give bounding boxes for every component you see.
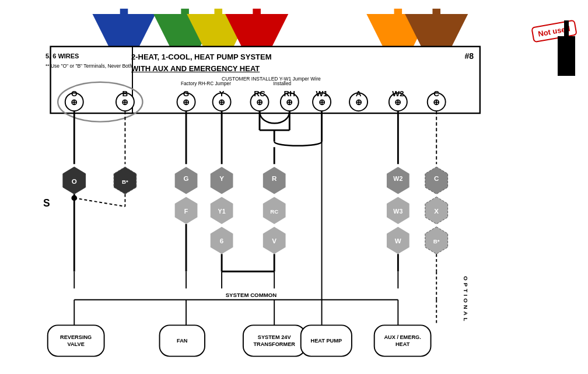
svg-text:SYSTEM COMMON: SYSTEM COMMON [226,292,277,298]
svg-point-34 [389,93,407,111]
svg-rect-119 [301,325,352,356]
svg-text:TRANSFORMER: TRANSFORMER [253,341,295,347]
customer-label: CUSTOMER INSTALLED Y-W1 Jumper Wire [222,76,321,82]
svg-text:VALVE: VALVE [68,341,85,347]
svg-rect-116 [48,325,104,356]
svg-text:O: O [71,89,78,98]
svg-text:AUX / EMERG.: AUX / EMERG. [384,334,421,340]
svg-marker-76 [263,197,286,224]
not-used-arrow [558,18,575,76]
svg-text:Y: Y [219,89,225,98]
svg-text:⊕: ⊕ [71,98,78,107]
svg-text:Y1: Y1 [218,208,226,215]
svg-text:FAN: FAN [177,338,188,344]
svg-point-28 [281,93,299,111]
svg-marker-74 [263,167,286,194]
svg-marker-68 [211,167,233,194]
svg-marker-84 [387,227,410,254]
svg-text:⊕: ⊕ [355,98,362,107]
svg-marker-88 [425,197,448,224]
svg-point-30 [313,93,331,111]
svg-text:C: C [434,174,439,182]
svg-text:A: A [356,89,362,98]
svg-text:SYSTEM 24V: SYSTEM 24V [258,334,292,340]
svg-marker-86 [425,167,448,194]
svg-text:S: S [43,197,50,209]
svg-text:F: F [184,208,188,215]
svg-marker-78 [263,227,286,254]
svg-text:HEAT: HEAT [396,341,410,347]
svg-marker-80 [387,167,410,194]
svg-point-26 [251,93,269,111]
svg-point-92 [71,195,77,201]
use-both-label: ** Use "O" or "B" Terminals, Never Both [46,63,132,70]
svg-text:⊕: ⊕ [218,98,225,107]
svg-text:⊕: ⊕ [121,98,128,107]
svg-rect-118 [243,325,306,356]
svg-point-22 [177,93,195,111]
svg-text:B*: B* [433,238,440,244]
svg-text:G: G [184,174,189,182]
svg-marker-62 [114,167,136,194]
svg-marker-72 [211,227,233,254]
svg-text:O: O [72,177,77,185]
svg-text:W2: W2 [393,175,402,182]
svg-marker-90 [425,227,448,254]
svg-text:V: V [272,237,276,244]
svg-text:Y: Y [219,174,224,182]
wires-label: 5, 6 WIRES [46,53,79,60]
svg-line-94 [74,198,125,207]
svg-text:B: B [123,89,128,98]
svg-text:⊕: ⊕ [286,98,293,107]
svg-text:RC: RC [270,208,278,215]
svg-marker-64 [175,167,198,194]
svg-text:⊕: ⊕ [318,98,326,107]
svg-text:⊕: ⊕ [433,98,440,107]
svg-text:W: W [395,237,401,244]
svg-text:W3: W3 [393,208,402,215]
svg-point-18 [65,93,83,111]
svg-text:6: 6 [220,237,224,244]
svg-text:G: G [183,89,190,98]
svg-marker-82 [387,197,410,224]
svg-point-20 [116,93,134,111]
svg-text:W2: W2 [392,89,404,98]
svg-text:B*: B* [122,179,128,185]
svg-rect-120 [374,325,431,356]
svg-marker-60 [63,167,86,194]
svg-point-24 [213,93,231,111]
svg-text:⊕: ⊕ [183,98,190,107]
svg-text:R: R [272,174,277,182]
svg-text:⊕: ⊕ [394,98,401,107]
svg-point-36 [428,93,446,111]
diagram-number: #8 [464,51,474,61]
svg-text:RC: RC [254,89,265,98]
svg-rect-117 [160,325,205,356]
svg-point-32 [349,93,368,111]
wiring-diagram: ⊕ ⊕ ⊕ ⊕ ⊕ ⊕ ⊕ ⊕ ⊕ ⊕ O B G Y RC RH W1 [6,6,513,368]
svg-text:REVERSING: REVERSING [60,334,92,340]
svg-text:⊕: ⊕ [256,98,263,107]
svg-marker-70 [211,197,233,224]
svg-text:OPTIONAL: OPTIONAL [463,276,469,323]
svg-text:W1: W1 [316,89,328,98]
svg-text:X: X [434,207,439,215]
svg-marker-66 [175,197,198,224]
svg-text:C: C [433,89,439,98]
system-title: 2-HEAT, 1-COOL, HEAT PUMP SYSTEM WITH AU… [131,51,272,74]
svg-text:RH: RH [284,89,296,98]
svg-point-17 [58,82,142,122]
svg-text:HEAT PUMP: HEAT PUMP [311,338,342,344]
